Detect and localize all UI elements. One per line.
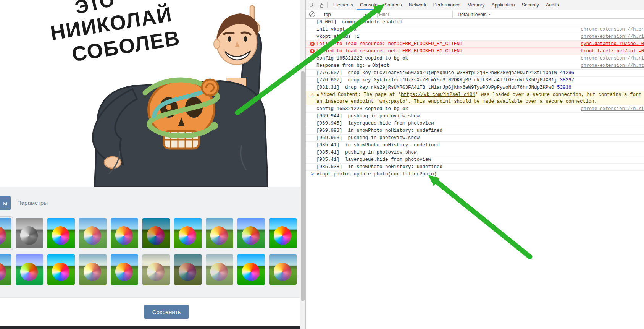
sticker-image: ЭТО НИИКОЛАЙ СОБОЛЕВ xyxy=(32,0,284,187)
context-label: top xyxy=(324,12,331,17)
filter-thumbnail-row-1 xyxy=(0,218,297,248)
filter-thumbnail-soft[interactable] xyxy=(111,218,138,248)
console-prompt-expression: vkopt.photos.update_photo(cur.filterPhot… xyxy=(316,171,437,178)
device-toolbar-icon[interactable] xyxy=(316,1,324,9)
console-prompt-icon: > xyxy=(308,171,316,178)
devtools-tab-console[interactable]: Console xyxy=(357,0,381,10)
scrollbar-thumb[interactable] xyxy=(301,71,305,301)
devtools-tab-memory[interactable]: Memory xyxy=(464,0,488,10)
console-row-log: [985.41] pushing in photoview.show xyxy=(306,149,644,156)
devtools-tab-audits[interactable]: Audits xyxy=(542,0,563,10)
filter-thumbnail-fade[interactable] xyxy=(79,218,107,248)
console-row-log: config 165321223 copied to bg okchrome-e… xyxy=(306,55,644,62)
console-row-log: [0.001] common module enabled xyxy=(306,19,644,26)
toolbar-divider xyxy=(319,11,319,18)
console-log-list: [0.001] common module enabledinit vkopt … xyxy=(306,19,644,171)
umbrella-preview-image xyxy=(47,254,75,285)
filter-thumbnail-night[interactable] xyxy=(142,218,170,248)
console-row-log: config 165321223 copied to bg okchrome-e… xyxy=(306,105,644,113)
bottom-dark-bar xyxy=(0,326,300,329)
expand-triangle-icon[interactable]: ▶ xyxy=(317,93,320,97)
console-message-link[interactable]: https://vk.com/im?sel=c101 xyxy=(401,92,475,97)
umbrella-preview-image xyxy=(206,218,233,248)
console-row-log: [985.41] layerqueue.hide from photoview xyxy=(306,156,644,164)
filter-thumbnail-normal[interactable] xyxy=(0,218,11,248)
console-row-log: init vkopt 3.xchrome-extension://h…cr xyxy=(306,26,644,33)
inspect-element-icon[interactable] xyxy=(308,1,316,9)
filter-thumbnail-row-2 xyxy=(0,254,297,285)
console-row-log: [969.993] in showPhoto noHistory: undefi… xyxy=(306,127,644,135)
page-scrollbar[interactable] xyxy=(300,0,305,329)
chevron-down-icon: ▼ xyxy=(488,13,491,16)
devtools-panel: ElementsConsoleSourcesNetworkPerformance… xyxy=(305,0,644,329)
umbrella-preview-image xyxy=(16,254,43,285)
umbrella-preview-image xyxy=(0,218,11,248)
error-icon: × xyxy=(310,49,315,53)
umbrella-preview-image xyxy=(142,218,170,248)
filter-thumbnail-normal[interactable] xyxy=(0,254,11,285)
umbrella-preview-image xyxy=(47,218,75,248)
filter-thumbnail-vivid[interactable] xyxy=(269,218,297,248)
console-row-log: [985.41] in showPhoto noHistory: undefin… xyxy=(306,142,644,149)
devtools-tab-elements[interactable]: Elements xyxy=(330,0,357,10)
console-row-error: ×Failed to load resource: net::ERR_BLOCK… xyxy=(306,41,644,48)
log-levels-dropdown[interactable]: Default levels ▼ xyxy=(458,12,491,17)
devtools-tab-network[interactable]: Network xyxy=(405,0,430,10)
console-source-link[interactable]: sync.datamind.ru/coo…=0 xyxy=(578,41,644,47)
filter-thumbnail-vivid[interactable] xyxy=(47,218,75,248)
filter-thumbnail-gray[interactable] xyxy=(16,218,43,248)
console-source-link[interactable]: chrome-extension://h…cr xyxy=(578,26,644,33)
console-source-link[interactable]: chrome-extension://h…ri xyxy=(578,105,644,112)
clear-console-icon[interactable] xyxy=(309,11,315,17)
filter-thumbnail-soft[interactable] xyxy=(111,254,138,285)
console-source-link[interactable]: chrome-extension://h…nt xyxy=(578,62,644,69)
umbrella-preview-image xyxy=(79,254,107,285)
devtools-tab-sources[interactable]: Sources xyxy=(381,0,405,10)
console-row-log: [776.607] drop key GykDxz1euo1UzXsXcZMFm… xyxy=(306,77,644,84)
filter-thumbnail-vivid2[interactable] xyxy=(174,218,202,248)
prompt-method-text: vkopt.photos.update_photo xyxy=(316,172,388,177)
filter-thumbnail-vivid[interactable] xyxy=(237,254,265,285)
devtools-tab-application[interactable]: Application xyxy=(488,0,518,10)
umbrella-preview-image xyxy=(237,254,265,285)
console-source-link[interactable]: chrome-extension://h…ri xyxy=(578,55,644,62)
filter-thumbnail-cool[interactable] xyxy=(237,218,265,248)
tab-filters-active[interactable]: ы xyxy=(0,196,11,210)
log-levels-label: Default levels xyxy=(458,12,486,17)
console-row-log: Response from bg: ▶Objectchrome-extensio… xyxy=(306,62,644,70)
execution-context-selector[interactable]: top ▼ xyxy=(321,12,370,17)
filters-panel: ы Параметры xyxy=(0,187,300,297)
filter-thumbnail-sepia[interactable] xyxy=(142,254,170,285)
filter-thumbnail-blue[interactable] xyxy=(47,254,75,285)
console-row-warn: ⚠▶Mixed Content: The page at 'https://vk… xyxy=(306,91,644,105)
filter-thumbnail-fade2[interactable] xyxy=(206,254,233,285)
filter-thumbnail-warm2[interactable] xyxy=(79,254,107,285)
filter-thumbnail-warm[interactable] xyxy=(269,254,297,285)
warning-icon: ⚠ xyxy=(310,92,315,97)
umbrella-preview-image xyxy=(79,218,107,248)
console-toolbar: top ▼ Default levels ▼ xyxy=(306,10,644,19)
filter-input[interactable] xyxy=(377,11,453,18)
devtools-tab-security[interactable]: Security xyxy=(518,0,542,10)
umbrella-preview-image xyxy=(111,218,138,248)
editor-footer: Сохранить xyxy=(0,297,300,326)
console-source-link[interactable]: front.facetz.net/col…=0 xyxy=(578,48,644,55)
umbrella-preview-image xyxy=(174,254,202,285)
error-icon: × xyxy=(310,42,315,46)
console-row-log: [985.538] in showPhoto noHistory: undefi… xyxy=(306,164,644,171)
umbrella-preview-image xyxy=(237,218,265,248)
console-source-link[interactable]: chrome-extension://h…ri xyxy=(578,33,644,40)
umbrella-preview-image xyxy=(16,218,43,248)
expand-triangle-icon[interactable]: ▶ xyxy=(368,64,371,68)
save-button[interactable]: Сохранить xyxy=(144,305,189,319)
devtools-tab-performance[interactable]: Performance xyxy=(430,0,464,10)
filter-thumbnail-teal[interactable] xyxy=(16,254,43,285)
filter-thumbnail-night2[interactable] xyxy=(174,254,202,285)
filter-thumbnail-warm[interactable] xyxy=(206,218,233,248)
console-prompt-row[interactable]: > vkopt.photos.update_photo(cur.filterPh… xyxy=(306,171,644,178)
console-row-error: ×Failed to load resource: net::ERR_BLOCK… xyxy=(306,48,644,55)
photo-preview-area: ЭТО НИИКОЛАЙ СОБОЛЕВ xyxy=(0,0,300,187)
toolbar-divider xyxy=(327,2,328,8)
tab-parameters[interactable]: Параметры xyxy=(17,199,48,206)
console-row-log: [776.607] drop key qLcv1earBii65GZxdZUjw… xyxy=(306,70,644,77)
